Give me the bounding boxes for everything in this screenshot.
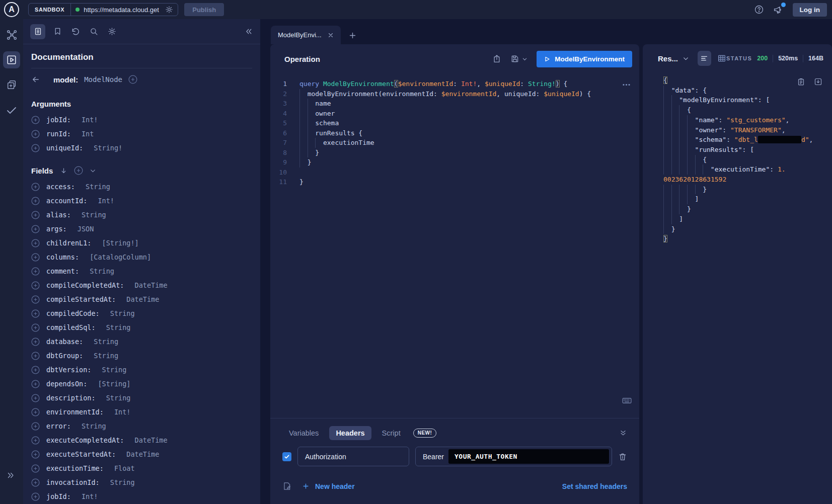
- collapse-panel-button[interactable]: [245, 27, 253, 36]
- field-row[interactable]: database: String: [31, 334, 252, 349]
- endpoint-url-text[interactable]: https://metadata.cloud.get: [84, 6, 161, 14]
- sort-fields-icon[interactable]: [60, 167, 67, 175]
- add-field-plus-icon[interactable]: [31, 366, 40, 374]
- add-field-plus-icon[interactable]: [31, 436, 40, 445]
- field-row[interactable]: dependsOn: [String]: [31, 377, 252, 391]
- header-value-input[interactable]: Bearer YOUR_AUTH_TOKEN: [415, 447, 612, 466]
- add-field-plus-icon[interactable]: [31, 422, 40, 431]
- keyboard-shortcuts-icon[interactable]: [622, 395, 632, 406]
- field-row[interactable]: environmentId: Int!: [31, 405, 252, 419]
- tab-history[interactable]: [69, 26, 82, 38]
- save-options-chevron-icon[interactable]: [522, 56, 527, 62]
- delete-header-icon[interactable]: [618, 452, 627, 461]
- add-field-plus-icon[interactable]: [31, 253, 40, 262]
- help-icon[interactable]: [754, 5, 764, 15]
- field-row[interactable]: compiledCode: String: [31, 306, 252, 320]
- add-field-plus-icon[interactable]: [31, 380, 40, 388]
- apollo-logo[interactable]: A: [0, 2, 23, 17]
- argument-row[interactable]: jobId: Int!: [31, 113, 252, 127]
- argument-row[interactable]: uniqueId: String!: [31, 141, 252, 155]
- chevron-down-icon[interactable]: [90, 167, 96, 174]
- add-field-plus-icon[interactable]: [31, 130, 40, 138]
- download-response-icon[interactable]: [814, 77, 822, 86]
- new-header-button[interactable]: New header: [302, 482, 355, 490]
- add-field-plus-icon[interactable]: [31, 295, 40, 304]
- set-shared-headers-link[interactable]: Set shared headers: [562, 482, 627, 490]
- connection-settings-gear-icon[interactable]: [165, 6, 173, 14]
- field-row[interactable]: columns: [CatalogColumn]: [31, 250, 252, 264]
- endpoint-url-input[interactable]: https://metadata.cloud.get: [71, 6, 178, 14]
- editor-code[interactable]: query ModelByEnvironment($environmentId:…: [293, 73, 591, 418]
- add-field-plus-icon[interactable]: [31, 197, 40, 205]
- add-field-plus-icon[interactable]: [31, 450, 40, 459]
- tab-script[interactable]: Script: [375, 426, 407, 440]
- field-row[interactable]: dbtGroup: String: [31, 349, 252, 363]
- login-button[interactable]: Log in: [793, 3, 827, 17]
- publish-button[interactable]: Publish: [184, 3, 224, 16]
- field-row[interactable]: invocationId: String: [31, 475, 252, 489]
- add-field-plus-icon[interactable]: [31, 464, 40, 473]
- tab-explorer-settings[interactable]: [106, 26, 118, 38]
- add-field-plus-icon[interactable]: [31, 323, 40, 332]
- add-field-plus-icon[interactable]: [31, 492, 40, 501]
- tab-saved-operations[interactable]: [51, 26, 63, 38]
- field-row[interactable]: args: JSON: [31, 222, 252, 236]
- add-field-plus-icon[interactable]: [31, 267, 40, 276]
- tab-search[interactable]: [88, 26, 100, 38]
- announcements-megaphone-icon[interactable]: [773, 5, 784, 15]
- field-row[interactable]: description: String: [31, 391, 252, 405]
- field-row[interactable]: compileStartedAt: DateTime: [31, 292, 252, 306]
- new-tab-icon[interactable]: [348, 31, 357, 40]
- add-field-plus-icon[interactable]: [31, 478, 40, 487]
- field-row[interactable]: access: String: [31, 180, 252, 194]
- field-row[interactable]: compileCompletedAt: DateTime: [31, 278, 252, 292]
- add-fields-icon[interactable]: [74, 166, 83, 175]
- table-view-toggle[interactable]: [717, 54, 726, 63]
- tab-documentation[interactable]: [30, 24, 45, 39]
- breadcrumb-type-name[interactable]: ModelNode: [84, 75, 122, 83]
- add-field-plus-icon[interactable]: [31, 183, 40, 191]
- back-arrow-icon[interactable]: [31, 75, 40, 84]
- add-field-plus-icon[interactable]: [31, 116, 40, 124]
- response-dropdown-chevron-icon[interactable]: [683, 55, 689, 62]
- add-field-plus-icon[interactable]: [31, 408, 40, 416]
- field-row[interactable]: error: String: [31, 419, 252, 433]
- copy-response-icon[interactable]: [797, 77, 805, 86]
- add-field-plus-icon[interactable]: [31, 394, 40, 402]
- add-field-plus-icon[interactable]: [31, 144, 40, 152]
- tab-variables[interactable]: Variables: [282, 426, 325, 440]
- add-field-plus-icon[interactable]: [31, 211, 40, 219]
- tab-model-by-environment[interactable]: ModelByEnvi...: [271, 26, 341, 44]
- field-row[interactable]: executeStartedAt: DateTime: [31, 447, 252, 461]
- add-all-fields-icon[interactable]: [128, 75, 137, 84]
- share-operation-icon[interactable]: [492, 54, 501, 63]
- close-tab-icon[interactable]: [328, 32, 334, 38]
- field-row[interactable]: childrenL1: [String!]: [31, 236, 252, 250]
- field-row[interactable]: compiledSql: String: [31, 320, 252, 334]
- run-operation-button[interactable]: ModelByEnvironment: [537, 51, 632, 67]
- field-row[interactable]: comment: String: [31, 264, 252, 278]
- sidebar-item-schema[interactable]: [3, 26, 20, 43]
- save-operation-icon[interactable]: [510, 54, 519, 63]
- field-row[interactable]: alias: String: [31, 208, 252, 222]
- argument-row[interactable]: runId: Int: [31, 127, 252, 141]
- expand-rail-button[interactable]: [6, 471, 15, 480]
- sidebar-item-checks[interactable]: [3, 102, 20, 119]
- add-field-plus-icon[interactable]: [31, 338, 40, 346]
- add-field-plus-icon[interactable]: [31, 225, 40, 233]
- editor-menu-icon[interactable]: [622, 80, 631, 90]
- auth-token-value[interactable]: YOUR_AUTH_TOKEN: [448, 449, 609, 464]
- field-row[interactable]: executeCompletedAt: DateTime: [31, 433, 252, 447]
- add-field-plus-icon[interactable]: [31, 281, 40, 290]
- field-row[interactable]: accountId: Int!: [31, 194, 252, 208]
- field-row[interactable]: executionTime: Float: [31, 461, 252, 475]
- environment-variables-icon[interactable]: [282, 481, 292, 491]
- sidebar-item-operation-collections[interactable]: [3, 76, 20, 94]
- sidebar-item-explorer[interactable]: [3, 51, 20, 68]
- field-row[interactable]: dbtVersion: String: [31, 363, 252, 377]
- json-view-toggle[interactable]: [698, 51, 711, 66]
- tab-headers[interactable]: Headers: [329, 426, 371, 440]
- header-enabled-checkbox[interactable]: [282, 452, 291, 461]
- field-row[interactable]: jobId: Int!: [31, 489, 252, 503]
- add-field-plus-icon[interactable]: [31, 352, 40, 360]
